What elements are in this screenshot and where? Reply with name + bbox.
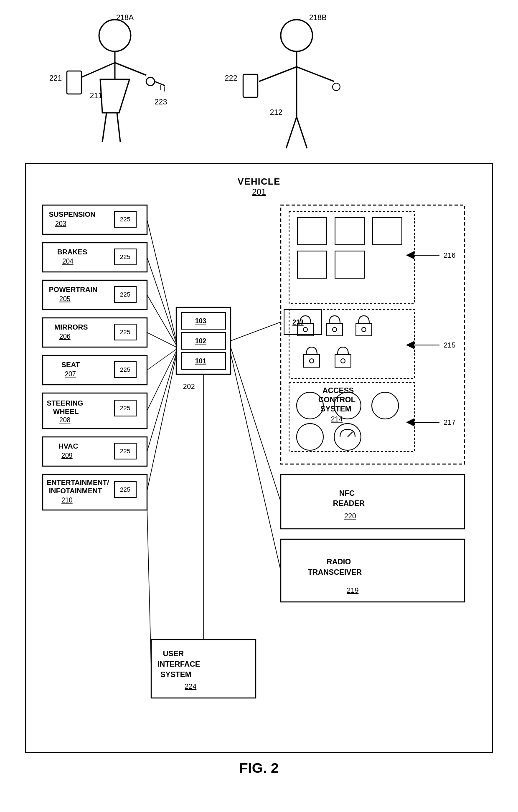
svg-line-140 xyxy=(231,353,281,571)
svg-marker-105 xyxy=(406,341,414,349)
svg-point-23 xyxy=(333,83,340,91)
svg-line-137 xyxy=(147,355,176,491)
svg-line-3 xyxy=(81,63,115,77)
svg-text:221: 221 xyxy=(49,74,62,82)
svg-text:225: 225 xyxy=(120,486,130,493)
svg-text:216: 216 xyxy=(444,251,455,259)
svg-line-9 xyxy=(155,81,165,86)
svg-text:212: 212 xyxy=(270,108,282,117)
svg-text:224: 224 xyxy=(185,683,196,690)
svg-text:HVAC: HVAC xyxy=(58,442,78,450)
svg-point-110 xyxy=(372,392,399,419)
svg-rect-83 xyxy=(297,218,327,245)
svg-text:223: 223 xyxy=(155,98,167,106)
svg-rect-84 xyxy=(335,218,364,245)
svg-text:POWERTRAIN: POWERTRAIN xyxy=(49,286,97,294)
svg-line-138 xyxy=(231,322,281,341)
svg-text:103: 103 xyxy=(195,317,206,325)
svg-text:218A: 218A xyxy=(116,13,134,22)
svg-point-101 xyxy=(310,359,314,363)
svg-text:210: 210 xyxy=(61,497,73,504)
svg-text:225: 225 xyxy=(120,366,130,373)
svg-rect-82 xyxy=(289,211,414,303)
svg-text:204: 204 xyxy=(62,258,74,265)
svg-line-4 xyxy=(115,63,146,75)
svg-text:NFC: NFC xyxy=(339,489,355,497)
svg-point-103 xyxy=(341,359,345,363)
svg-line-18 xyxy=(259,67,297,81)
svg-text:218B: 218B xyxy=(309,13,327,22)
svg-text:RADIO: RADIO xyxy=(327,558,351,566)
svg-rect-32 xyxy=(43,243,147,272)
svg-line-5 xyxy=(102,113,107,142)
svg-text:SEAT: SEAT xyxy=(61,361,80,369)
svg-text:225: 225 xyxy=(120,253,130,260)
svg-rect-7 xyxy=(67,71,81,94)
svg-rect-117 xyxy=(281,475,465,529)
svg-line-20 xyxy=(286,117,297,148)
figure-label: FIG. 2 xyxy=(13,760,505,776)
svg-line-139 xyxy=(231,347,281,502)
svg-rect-98 xyxy=(356,323,372,336)
stick-figures-svg: 221 218A 211 223 222 218B 212 xyxy=(13,13,505,155)
svg-rect-58 xyxy=(43,437,147,466)
svg-text:225: 225 xyxy=(120,328,130,335)
svg-rect-86 xyxy=(297,251,327,278)
svg-text:217: 217 xyxy=(444,419,455,426)
svg-text:102: 102 xyxy=(195,337,206,345)
vehicle-label: VEHICLE xyxy=(34,172,484,187)
svg-line-21 xyxy=(297,117,307,148)
svg-line-130 xyxy=(147,220,176,341)
svg-text:BRAKES: BRAKES xyxy=(57,248,87,256)
svg-text:SYSTEM: SYSTEM xyxy=(160,670,191,679)
svg-text:203: 203 xyxy=(55,220,66,227)
svg-line-142 xyxy=(147,509,151,669)
svg-text:225: 225 xyxy=(120,404,130,411)
svg-marker-115 xyxy=(406,418,414,426)
svg-line-6 xyxy=(117,113,120,142)
svg-text:211: 211 xyxy=(90,91,102,100)
svg-line-131 xyxy=(147,257,176,343)
svg-text:206: 206 xyxy=(59,333,71,340)
svg-point-111 xyxy=(297,424,323,450)
svg-text:225: 225 xyxy=(120,216,130,223)
svg-rect-102 xyxy=(335,355,351,367)
svg-marker-89 xyxy=(406,251,414,259)
svg-text:202: 202 xyxy=(183,383,195,391)
svg-text:ENTERTAINMENT/: ENTERTAINMENT/ xyxy=(47,479,109,487)
svg-rect-42 xyxy=(43,318,147,347)
svg-rect-37 xyxy=(43,280,147,310)
svg-text:WHEEL: WHEEL xyxy=(53,408,79,416)
svg-point-108 xyxy=(297,392,323,419)
svg-text:213: 213 xyxy=(292,319,304,326)
svg-text:SUSPENSION: SUSPENSION xyxy=(49,211,95,218)
svg-text:222: 222 xyxy=(225,74,237,82)
svg-point-8 xyxy=(146,77,155,86)
svg-rect-27 xyxy=(43,205,147,234)
svg-marker-2 xyxy=(100,79,130,113)
page: 221 218A 211 223 222 218B 212 xyxy=(0,0,518,812)
svg-text:INFOTAINMENT: INFOTAINMENT xyxy=(49,487,102,495)
svg-point-99 xyxy=(362,327,366,332)
svg-rect-87 xyxy=(335,251,364,278)
svg-point-97 xyxy=(333,327,337,332)
svg-rect-93 xyxy=(289,310,414,378)
svg-text:219: 219 xyxy=(347,586,358,594)
svg-point-0 xyxy=(99,20,131,51)
svg-line-132 xyxy=(147,295,176,345)
svg-text:225: 225 xyxy=(120,291,130,298)
svg-rect-100 xyxy=(304,355,320,367)
svg-point-16 xyxy=(281,20,312,51)
svg-text:225: 225 xyxy=(120,447,130,454)
svg-text:205: 205 xyxy=(59,295,71,302)
svg-text:STEERING: STEERING xyxy=(47,399,83,407)
svg-rect-85 xyxy=(373,218,402,245)
vehicle-box: VEHICLE 201 SUSPENSION 203 225 BRAKES 20… xyxy=(25,163,493,753)
svg-point-95 xyxy=(303,327,307,332)
svg-text:208: 208 xyxy=(59,416,71,424)
svg-rect-47 xyxy=(43,355,147,385)
svg-text:220: 220 xyxy=(344,512,356,520)
svg-line-136 xyxy=(147,353,176,452)
svg-text:ACCESS: ACCESS xyxy=(322,386,354,395)
svg-text:INTERFACE: INTERFACE xyxy=(157,660,200,668)
